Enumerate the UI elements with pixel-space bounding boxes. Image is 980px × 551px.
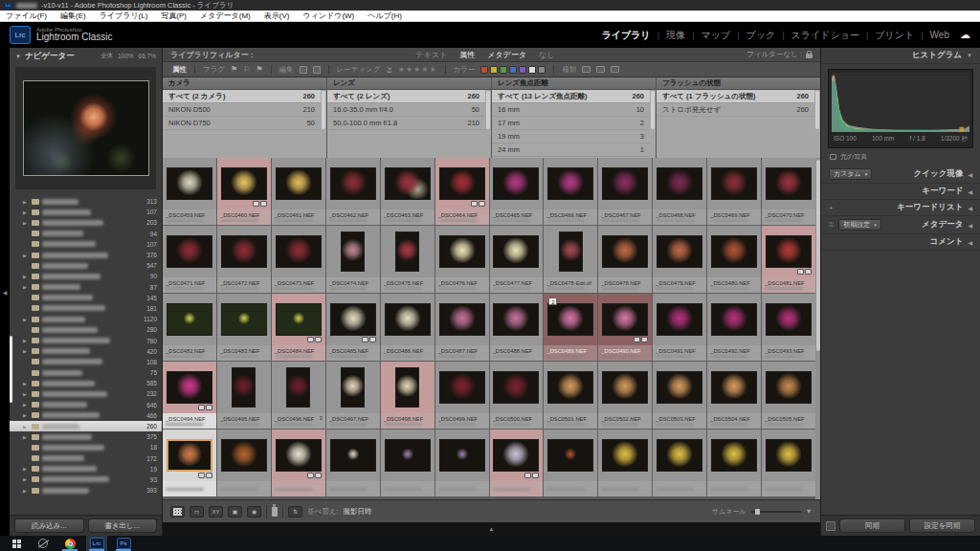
module-tab-1[interactable]: ライブラリ xyxy=(602,29,651,42)
photo-cell[interactable]: _DSC0499.NEF xyxy=(435,362,489,429)
folder-row[interactable]: 145 xyxy=(10,293,162,303)
color-label-swatch[interactable] xyxy=(480,66,488,74)
color-label-swatch[interactable] xyxy=(528,66,536,74)
thumbnail-badge-icons[interactable] xyxy=(198,405,212,410)
chrome-icon[interactable] xyxy=(59,536,80,551)
color-label-swatch[interactable] xyxy=(490,66,498,74)
photo-cell[interactable]: _DSC0473.NEF xyxy=(272,226,325,293)
photo-cell[interactable]: _DSC0472.NEF xyxy=(217,226,271,293)
comments-header[interactable]: コメント ◀ xyxy=(821,234,980,251)
left-panel-collapse[interactable]: ◀ xyxy=(0,48,10,536)
menu-item[interactable]: ライブラリ(L) xyxy=(100,11,148,21)
kind-virtual-copy-icon[interactable] xyxy=(596,66,605,73)
folder-row[interactable]: ▶19 xyxy=(10,464,162,474)
folder-expand-icon[interactable]: ▶ xyxy=(23,466,29,472)
photo-cell[interactable]: _DSC0477.NEF xyxy=(490,226,544,293)
filter-row[interactable]: NIKON D75050 xyxy=(163,117,321,130)
sort-direction-icon[interactable]: ⇅ xyxy=(288,506,302,518)
menu-item[interactable]: 写真(P) xyxy=(161,11,187,21)
menu-item[interactable]: メタデータ(M) xyxy=(200,11,251,21)
photo-cell[interactable]: _DSC0481.NEF xyxy=(762,226,815,293)
folder-row[interactable]: ▶585 xyxy=(10,378,162,388)
export-button[interactable]: 書き出し... xyxy=(88,518,158,533)
edited-filter-icon[interactable] xyxy=(300,66,307,74)
photo-cell[interactable]: _DSC0500.NEF xyxy=(490,362,544,429)
quick-develop-preset-dropdown[interactable]: カスタム▾ xyxy=(829,168,872,180)
thumbnail-badge-icons[interactable] xyxy=(362,337,376,342)
photo-cell[interactable]: _DSC0479.NEF xyxy=(653,226,706,293)
module-tab-7[interactable]: Web xyxy=(930,30,949,40)
thumbnail-badge-icons[interactable] xyxy=(198,473,212,478)
add-keyword-icon[interactable]: + xyxy=(829,204,834,212)
folder-row[interactable]: ▶260 xyxy=(10,421,162,431)
folder-row[interactable]: 280 xyxy=(10,324,162,335)
flag-pick-icon[interactable]: ⚑ xyxy=(231,65,237,74)
photo-cell[interactable]: _DSC0478-Edit.tif xyxy=(544,226,597,293)
folder-row[interactable]: 181 xyxy=(10,303,162,314)
navigator-zoom-option[interactable]: 100% xyxy=(118,53,134,59)
keywords-header[interactable]: キーワード ◀ xyxy=(821,184,980,200)
folder-row[interactable]: ▶87 xyxy=(10,282,162,293)
photo-cell[interactable]: _DSC0476.NEF xyxy=(435,226,489,293)
filter-column-scrollbar[interactable] xyxy=(486,91,490,129)
filter-tab[interactable]: 属性 xyxy=(459,50,475,60)
filmstrip-toggle[interactable]: ▲ xyxy=(163,522,820,536)
photoshop-taskbar-icon[interactable]: Ps xyxy=(113,536,134,551)
kind-video-icon[interactable] xyxy=(611,66,619,73)
rating-operator[interactable]: ≧ xyxy=(386,65,391,74)
filter-column-scrollbar[interactable] xyxy=(322,91,325,129)
filter-tab[interactable]: テキスト xyxy=(416,50,448,60)
photo-cell[interactable]: _DSC0480.NEF xyxy=(707,226,761,293)
folder-row[interactable]: ▶107 xyxy=(10,207,162,217)
photo-cell[interactable]: _DSC0498.NEF xyxy=(381,362,434,429)
photo-cell[interactable]: _DSC0490.NEF xyxy=(598,294,652,361)
photo-cell[interactable]: _DSC0484.NEF xyxy=(272,294,325,361)
folder-row[interactable]: ▶375 xyxy=(10,431,162,442)
filter-preset[interactable]: フィルターなし : xyxy=(746,50,802,59)
folder-row[interactable]: ▶313 xyxy=(10,196,162,207)
photo-cell[interactable]: _DSC0469.NEF xyxy=(707,158,761,225)
folder-row[interactable]: ▶376 xyxy=(10,250,162,260)
sync-grid-icon[interactable] xyxy=(826,521,835,531)
photo-cell[interactable] xyxy=(381,430,434,496)
unedited-filter-icon[interactable] xyxy=(313,66,321,74)
folder-row[interactable]: ▶203 xyxy=(10,217,162,228)
kind-master-icon[interactable] xyxy=(582,66,590,73)
photo-cell[interactable]: _DSC0503.NEF xyxy=(653,362,706,429)
filter-row[interactable]: NIKON D500210 xyxy=(163,103,321,117)
filter-column-header[interactable]: レンズ xyxy=(327,77,491,90)
photo-cell[interactable] xyxy=(762,430,815,496)
sort-value[interactable]: 撮影日時 xyxy=(343,507,371,517)
menu-item[interactable]: 編集(E) xyxy=(60,11,86,21)
loupe-view-icon[interactable]: ▭ xyxy=(189,506,204,518)
photo-cell[interactable]: _DSC0465.NEF xyxy=(490,158,544,225)
color-label-swatch[interactable] xyxy=(509,66,517,74)
photo-cell[interactable] xyxy=(326,430,380,496)
photo-cell[interactable]: _DSC0485.NEF xyxy=(326,294,380,361)
photo-cell[interactable]: _DSC0475.NEF xyxy=(381,226,434,293)
lightroom-taskbar-icon[interactable]: Lrc xyxy=(86,536,107,551)
photo-cell[interactable]: _DSC0459.NEF xyxy=(163,158,216,225)
filter-row[interactable]: 16.0-35.0 mm f/4.050 xyxy=(327,103,485,117)
filter-row[interactable]: 24 mm1 xyxy=(492,143,650,157)
photo-cell[interactable]: _DSC0496.NEF3 xyxy=(272,362,325,429)
thumbnail-badge-icons[interactable] xyxy=(524,473,539,478)
histogram-header[interactable]: ヒストグラム ▼ xyxy=(821,48,980,64)
photo-cell[interactable] xyxy=(435,430,489,496)
filter-row[interactable]: 16 mm10 xyxy=(492,103,650,117)
photo-cell[interactable] xyxy=(598,430,652,496)
sync-button[interactable]: 同期 xyxy=(839,518,905,533)
photo-cell[interactable]: _DSC0493.NEF xyxy=(762,294,815,361)
folder-expand-icon[interactable]: ▶ xyxy=(23,381,29,386)
photo-cell[interactable]: _DSC0505.NEF xyxy=(762,362,815,429)
photo-cell[interactable]: _DSC0462.NEF xyxy=(326,158,380,225)
painter-spray-icon[interactable] xyxy=(272,507,278,517)
folder-expand-icon[interactable]: ▶ xyxy=(23,348,29,354)
folder-expand-icon[interactable]: ▶ xyxy=(23,391,29,397)
filter-row[interactable]: すべて (2 レンズ)260 xyxy=(327,90,485,103)
thumbnail-badge-icons[interactable] xyxy=(471,201,485,207)
photo-cell[interactable] xyxy=(163,430,216,496)
menu-item[interactable]: ファイル(F) xyxy=(6,11,47,21)
photo-cell[interactable]: _DSC0482.NEF xyxy=(163,294,216,361)
folder-expand-icon[interactable]: ▶ xyxy=(23,284,29,290)
